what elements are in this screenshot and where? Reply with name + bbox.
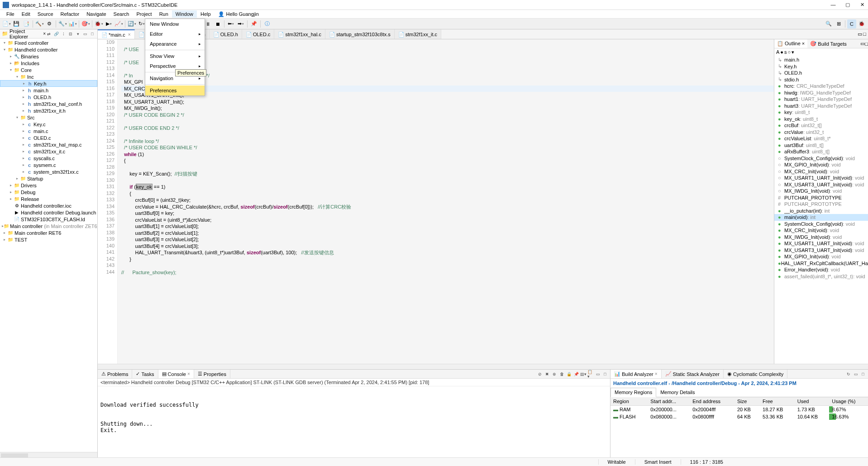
tree-item[interactable]: ▾📁Src <box>0 114 97 121</box>
outline-item[interactable]: ●MX_GPIO_Init(void) : void <box>774 253 868 260</box>
menu-search[interactable]: Search <box>110 10 133 18</box>
toolbar-search-icon[interactable]: 🔍 <box>824 19 833 29</box>
tree-item[interactable]: ▸hKey.h <box>0 80 97 87</box>
menu-help[interactable]: Help <box>197 10 215 18</box>
menu-source[interactable]: Source <box>34 10 57 18</box>
tree-item[interactable]: ▸cOLED.c <box>0 134 97 141</box>
toolbar-pin[interactable]: 📌 <box>249 19 258 29</box>
outline-hide-fields[interactable]: ● <box>780 49 783 56</box>
console-term-icon[interactable]: ⊘ <box>537 371 543 377</box>
menu-window[interactable]: Window <box>172 10 197 18</box>
outline-item[interactable]: ●huart1 : UART_HandleTypeDef <box>774 96 868 103</box>
mem-header[interactable]: Start addr... <box>648 397 690 406</box>
toolbar-target[interactable]: 🎯 <box>81 19 90 29</box>
toolbar-persp-c[interactable]: C <box>847 19 856 29</box>
toolbar-ext2[interactable]: 📊 <box>68 19 77 29</box>
console-clear-icon[interactable]: 🗑 <box>558 371 565 377</box>
toolbar-run[interactable]: ▶ <box>104 19 113 29</box>
outline-item[interactable]: ○SystemClock_Config(void) : void <box>774 155 868 162</box>
tree-item[interactable]: ▸📁Release <box>0 195 97 202</box>
console-output[interactable]: Download verified successfully Shutting … <box>98 386 610 457</box>
outline-item[interactable]: ↳Key.h <box>774 63 868 70</box>
mem-row[interactable]: ▬ RAM0x200000...0x20004fff20 KB18.27 KB1… <box>610 406 868 414</box>
tree-item[interactable]: ▸csystem_stm32f1xx.c <box>0 168 97 175</box>
tree-item[interactable]: ▸cstm32f1xx_it.c <box>0 148 97 155</box>
tab-problems[interactable]: ⚠Problems <box>98 370 132 378</box>
outline-item[interactable]: ●hcrc : CRC_HandleTypeDef <box>774 83 868 90</box>
outline-item[interactable]: ●crcBuf : uint32_t[] <box>774 122 868 129</box>
mem-row[interactable]: ▬ FLASH0x080000...0x0800ffff64 KB53.36 K… <box>610 413 868 420</box>
toolbar-persp-debug[interactable]: 🐞 <box>857 19 866 29</box>
editor-max-icon[interactable]: □ <box>863 31 866 37</box>
toolbar-profile[interactable]: 📈 <box>114 19 123 29</box>
editor-tab[interactable]: 📄*main.c× <box>98 29 135 39</box>
console-display-icon[interactable]: ▤▾ <box>580 371 587 377</box>
tree-item[interactable]: ▾📁Handheld controller <box>0 46 97 53</box>
tab-memory-regions[interactable]: Memory Regions <box>610 388 656 397</box>
menu-editor[interactable]: Editor <box>145 29 205 39</box>
tree-item[interactable]: ▸📁Main controller (in Main controller ZE… <box>0 223 97 229</box>
editor-min-icon[interactable]: ▭ <box>858 31 862 37</box>
tree-item[interactable]: ▸hmain.h <box>0 87 97 94</box>
editor-tab[interactable]: 📄OLED.c <box>242 29 275 39</box>
editor-tab[interactable]: 📄stm32f1xx_it.c <box>395 29 441 39</box>
tree-item[interactable]: ▸csysmem.c <box>0 162 97 168</box>
ba-close[interactable]: × <box>655 371 658 376</box>
pe-filter-icon[interactable]: ⫶ <box>60 31 67 37</box>
tree-item[interactable]: ▸📁Main controller RET6 <box>0 229 97 236</box>
ba-min-icon[interactable]: ▭ <box>853 371 859 377</box>
console-max-icon[interactable]: □ <box>602 371 608 377</box>
outline-item[interactable]: ●key_ok : uint8_t <box>774 116 868 123</box>
menu-preferences[interactable]: Preferences <box>145 86 205 95</box>
tab-close[interactable]: × <box>128 32 131 37</box>
editor-tab[interactable]: 📄startup_stm32f103c8tx.s <box>325 29 395 39</box>
build-elf-link[interactable]: Handheld controller.elf - /Handheld cont… <box>613 380 796 386</box>
outline-item[interactable]: ●key : uint8_t <box>774 109 868 116</box>
toolbar-ext1[interactable]: 🔧 <box>58 19 67 29</box>
tree-item[interactable]: ▸cstm32f1xx_hal_msp.c <box>0 141 97 148</box>
outline-item[interactable]: ●MX_CRC_Init(void) : void <box>774 227 868 234</box>
minimize-button[interactable]: — <box>830 2 836 8</box>
menu-new-window[interactable]: New Window <box>145 19 205 29</box>
outline-item[interactable]: ↳stdio.h <box>774 76 868 83</box>
tree-item[interactable]: ▸csyscalls.c <box>0 155 97 162</box>
outline-item[interactable]: ●MX_IWDG_Init(void) : void <box>774 234 868 241</box>
outline-min-icon[interactable]: ▭ <box>860 41 865 47</box>
outline-item[interactable]: ○MX_USART3_UART_Init(void) : void <box>774 181 868 188</box>
outline-item[interactable]: ●crcValueList : uint8_t* <box>774 135 868 142</box>
console-removeall-icon[interactable]: ⊗ <box>551 371 558 377</box>
toolbar-new[interactable]: 📄 <box>2 19 11 29</box>
maximize-button[interactable]: ▢ <box>844 2 851 8</box>
tree-item[interactable]: ▾📁Inc <box>0 73 97 80</box>
outline-item[interactable]: ●hiwdg : IWDG_HandleTypeDef <box>774 90 868 96</box>
tab-properties[interactable]: ☰Properties <box>194 370 230 378</box>
toolbar-stop[interactable]: ⏹ <box>213 19 222 29</box>
outline-max-icon[interactable]: □ <box>865 41 868 47</box>
console-pin-icon[interactable]: 📌 <box>573 371 579 377</box>
tree-item[interactable]: ⚙Handheld controller.ioc <box>0 202 97 209</box>
toolbar-info[interactable]: ⓘ <box>262 19 272 29</box>
outline-item[interactable]: ○MX_CRC_Init(void) : void <box>774 168 868 175</box>
toolbar-build-all[interactable]: ⚙ <box>45 19 54 29</box>
tree-item[interactable]: ▸📂Includes <box>0 60 97 67</box>
editor-tab[interactable]: 📄OLED.h <box>210 29 242 39</box>
user-greeting[interactable]: 👤Hello Guangjin <box>215 10 262 18</box>
outline-item[interactable]: ●huart3 : UART_HandleTypeDef <box>774 103 868 109</box>
tree-item[interactable]: ▸hstm32f1xx_it.h <box>0 107 97 114</box>
tree-item[interactable]: ▸📁Startup <box>0 175 97 182</box>
mem-header[interactable]: Free <box>760 397 795 406</box>
pe-link-icon[interactable]: 🔗 <box>53 31 59 37</box>
menu-run[interactable]: Run <box>156 10 172 18</box>
outline-item[interactable]: ○MX_USART1_UART_Init(void) : void <box>774 175 868 181</box>
toolbar-build[interactable]: 🔨 <box>35 19 44 29</box>
outline-item[interactable]: #PUTCHAR_PROTOTYPE <box>774 195 868 201</box>
console-remove-icon[interactable]: ✖ <box>544 371 550 377</box>
tree-item[interactable]: ▸hOLED.h <box>0 94 97 100</box>
toolbar-save-all[interactable]: 📑 <box>22 19 31 29</box>
outline-menu[interactable]: ▾ <box>792 49 794 56</box>
tree-item[interactable]: ▶Handheld controller Debug.launch <box>0 209 97 216</box>
tab-build-targets[interactable]: 🎯Build Targets <box>807 39 849 48</box>
menu-refactor[interactable]: Refactor <box>57 10 83 18</box>
tab-build-analyzer[interactable]: 📊Build Analyzer× <box>610 370 662 378</box>
outline-sort-icon[interactable]: A <box>776 49 779 56</box>
